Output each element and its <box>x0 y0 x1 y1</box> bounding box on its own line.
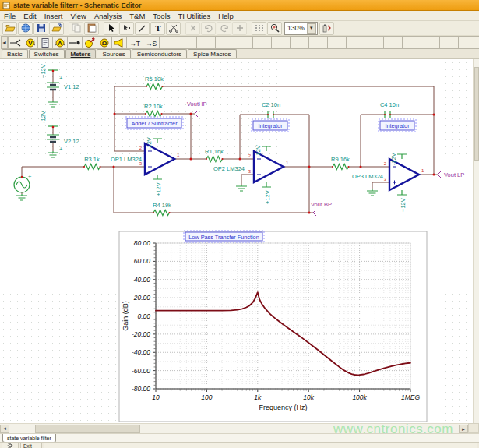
svg-text:Adder / Subtracter: Adder / Subtracter <box>131 120 178 127</box>
palette-ohmmeter-button[interactable]: Ω <box>97 36 111 49</box>
zoom-level-select[interactable]: 130% ▼ <box>284 22 318 35</box>
net-voutlp[interactable]: Vout LP <box>438 171 464 178</box>
palette-empty-slot <box>271 36 290 49</box>
export-file-button[interactable] <box>49 22 64 35</box>
resistor-r1[interactable]: R1 16k <box>205 148 224 162</box>
ground-op2 <box>236 185 247 191</box>
status-message-cell <box>44 443 477 448</box>
palette-signal-s-button[interactable]: →S <box>143 36 159 49</box>
palette-voltmeter-button[interactable]: V <box>23 36 37 49</box>
text-tool-button[interactable]: T <box>150 22 165 35</box>
resistor-r4[interactable]: R4 19k <box>153 202 171 216</box>
scroll-left-arrow[interactable]: ◄ <box>0 425 9 433</box>
tab-sources[interactable]: Sources <box>97 49 130 58</box>
menu-ti-utilities[interactable]: TI Utilities <box>174 12 215 20</box>
last-component-button[interactable] <box>119 22 134 35</box>
wire-cut-button[interactable] <box>166 22 181 35</box>
tab-semiconductors[interactable]: Semiconductors <box>132 49 187 58</box>
grid-toggle-button[interactable] <box>252 22 266 35</box>
undo-button[interactable] <box>201 22 216 35</box>
tab-basic[interactable]: Basic <box>2 49 28 58</box>
op1-vplus: +12V <box>155 182 162 196</box>
add-button[interactable] <box>232 22 247 35</box>
ground-generator <box>16 194 27 200</box>
resistor-r9[interactable]: R9 16k <box>331 156 350 170</box>
menu-file[interactable]: File <box>0 12 19 20</box>
palette-signal-t-button[interactable]: →T <box>126 36 143 49</box>
gear-icon <box>7 443 13 448</box>
y-axis-label: Gain (dB) <box>122 301 129 331</box>
voutbp-label: Vout BP <box>311 201 332 208</box>
open-web-button[interactable] <box>18 22 33 35</box>
ground-op3 <box>367 189 378 196</box>
battery-v2[interactable]: + V2 12 -12V <box>40 111 79 153</box>
signal-t-icon: →T <box>127 37 143 48</box>
horizontal-scrollbar[interactable]: ◄ ► <box>0 423 468 433</box>
tab-spice-macros[interactable]: Spice Macros <box>188 49 236 58</box>
copy-button[interactable] <box>69 22 83 35</box>
menu-insert[interactable]: Insert <box>41 12 67 20</box>
r3-label: R3 1k <box>84 156 100 163</box>
annotation-integrator-1[interactable]: Integrator <box>252 119 289 132</box>
x-tick-label: 100k <box>352 393 367 401</box>
zoom-tool-button[interactable] <box>267 22 282 35</box>
vouthp-label: VoutHP <box>187 101 206 108</box>
palette-empty-slot <box>290 36 308 49</box>
resistor-r2[interactable]: R2 10k <box>144 103 163 117</box>
palette-empty-slot <box>159 36 178 49</box>
menu-tools[interactable]: Tools <box>149 12 174 20</box>
horizontal-scroll-thumb[interactable] <box>35 425 140 433</box>
r4-label: R4 19k <box>153 202 171 209</box>
wires[interactable] <box>22 71 438 213</box>
op3-pin1: 1 <box>421 168 424 173</box>
palette-jumper-button[interactable] <box>8 36 23 49</box>
capacitor-c4[interactable]: C4 10n <box>380 101 399 118</box>
resistor-r3[interactable]: R3 1k <box>84 156 100 170</box>
palette-speaker-button[interactable] <box>111 36 126 49</box>
wire-tool-button[interactable] <box>135 22 150 35</box>
palette-multimeter-button[interactable] <box>37 36 52 49</box>
delete-button[interactable] <box>185 22 200 35</box>
menu-help[interactable]: Help <box>214 12 238 20</box>
menu-analysis[interactable]: Analysis <box>90 12 125 20</box>
vertical-scrollbar[interactable] <box>473 59 479 423</box>
net-voutbp[interactable]: Vout BP <box>311 201 332 216</box>
palette-voltage-pin-button[interactable] <box>67 36 82 49</box>
op1-pin2: 2 <box>139 146 143 150</box>
select-tool-button[interactable] <box>104 22 118 35</box>
capacitor-c2[interactable]: C2 10n <box>262 101 280 118</box>
save-button[interactable] <box>33 22 48 35</box>
annotation-adder[interactable]: Adder / Subtracter <box>125 117 183 129</box>
palette-scroll-left[interactable]: ◄ <box>1 36 8 49</box>
v1-plus-mark: + <box>59 75 63 82</box>
palette-empty-slot <box>252 36 271 49</box>
status-icon-cell <box>2 443 19 448</box>
op3-vminus: -12V <box>390 153 397 165</box>
vertical-scroll-thumb[interactable] <box>474 67 479 161</box>
op2-vplus: +12V <box>264 190 271 204</box>
jumper-icon <box>9 37 23 48</box>
interactive-mode-button[interactable] <box>319 22 334 35</box>
schematic-canvas[interactable]: + V1 12 +12V + V2 12 -12V + R3 1k R5 10k… <box>0 59 473 423</box>
tab-switches[interactable]: Switches <box>29 49 65 58</box>
menu-edit[interactable]: Edit <box>19 12 40 20</box>
scroll-right-arrow[interactable]: ► <box>459 425 468 433</box>
palette-voltage-arrow-button[interactable] <box>82 36 97 49</box>
redo-button[interactable] <box>217 22 231 35</box>
battery-v1[interactable]: + V1 12 +12V <box>40 64 79 90</box>
chart-title-box[interactable]: Low Pass Transfer Function <box>184 231 264 242</box>
resistor-r5[interactable]: R5 10k <box>145 76 164 90</box>
voltmeter-icon: V <box>23 37 37 48</box>
menu-tm[interactable]: T&M <box>125 12 149 20</box>
open-file-button[interactable] <box>2 22 17 35</box>
c4-label: C4 10n <box>380 101 399 108</box>
paste-button[interactable] <box>84 22 99 35</box>
zoom-dropdown-arrow[interactable]: ▼ <box>307 23 316 34</box>
annotation-integrator-2[interactable]: Integrator <box>379 119 416 132</box>
palette-ammeter-button[interactable]: A <box>52 36 67 49</box>
menu-view[interactable]: View <box>66 12 90 20</box>
palette-empty-slot <box>178 36 196 49</box>
signal-generator[interactable]: + <box>14 173 32 192</box>
tab-meters[interactable]: Meters <box>65 49 97 58</box>
pen-icon <box>137 23 148 33</box>
